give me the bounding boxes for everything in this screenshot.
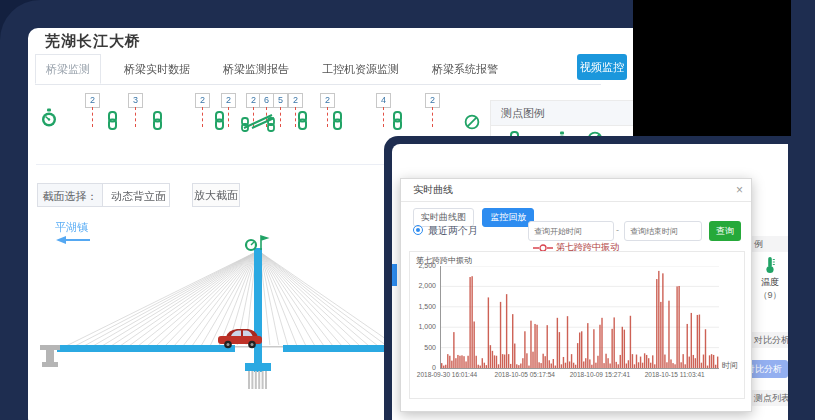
- close-icon[interactable]: ×: [736, 179, 743, 201]
- bridge-diagram: [30, 232, 392, 412]
- alarm-dash-line: [280, 107, 281, 127]
- query-start-time-input[interactable]: [528, 221, 614, 241]
- sensor-count-badge[interactable]: 6: [259, 93, 274, 108]
- pier-cap: [245, 363, 271, 371]
- x-tick-label: 2018-10-15 11:03:41: [645, 371, 701, 378]
- gauge-sensor-icon[interactable]: [40, 108, 58, 132]
- x-axis-title: 时间: [722, 360, 738, 371]
- bridge-abutment: [40, 345, 60, 367]
- compare-analysis-button[interactable]: 对比分析: [752, 360, 788, 378]
- main-tab-bar: 桥梁监测桥梁实时数据桥梁监测报告工控机资源监测桥梁系统报警: [35, 54, 601, 85]
- alarm-dash-line: [327, 107, 328, 127]
- section-select-dropdown[interactable]: 动态背立面 ▾: [102, 183, 170, 207]
- pylon-top-sensor-icons: [246, 236, 267, 250]
- realtime-curve-dialog: 实时曲线 × 实时曲线图 监控回放 最近两个月 - 查询: [400, 178, 752, 412]
- sensor-count-badge[interactable]: 5: [273, 93, 288, 108]
- main-tab[interactable]: 桥梁监测: [35, 54, 101, 84]
- video-monitor-button[interactable]: 视频监控: [577, 54, 627, 80]
- alarm-dash-line: [432, 107, 433, 127]
- chart-container: 第七跨跨中振动 05001,0001,5002,0002,500 2018-09…: [409, 251, 745, 399]
- y-tick-label: 500: [410, 344, 436, 351]
- last-two-months-label: 最近两个月: [428, 224, 478, 238]
- section-select-value: 动态背立面: [111, 190, 166, 202]
- compare-analysis-header: 对比分析: [752, 332, 788, 348]
- sensor-count-badge[interactable]: 2: [195, 93, 210, 108]
- bridge-pylon: [254, 248, 262, 372]
- y-tick-label: 0: [410, 364, 436, 371]
- enlarge-section-button[interactable]: 放大截面: [192, 183, 240, 207]
- ban-sensor-icon[interactable]: [464, 114, 480, 134]
- black-overlay: [633, 0, 791, 142]
- dialog-header: 实时曲线 ×: [401, 179, 751, 202]
- sensor-count-badge[interactable]: 2: [320, 93, 335, 108]
- y-tick-label: 1,500: [410, 303, 436, 310]
- chain-sensor-icon[interactable]: [297, 111, 308, 134]
- alarm-dash-line: [202, 107, 203, 127]
- panel-header-fragment: 例: [752, 236, 788, 252]
- chain-sensor-icon[interactable]: [332, 111, 343, 134]
- sensor-count-badge[interactable]: 2: [288, 93, 303, 108]
- section-select-label: 截面选择：: [37, 183, 103, 207]
- temperature-count: （9）: [752, 289, 788, 302]
- sensor-count-badge[interactable]: 3: [128, 93, 143, 108]
- sensor-count-badge[interactable]: 4: [376, 93, 391, 108]
- y-tick-label: 2,500: [410, 262, 436, 269]
- sensor-count-badge[interactable]: 2: [221, 93, 236, 108]
- pier-piles: [249, 371, 266, 389]
- popup-page: 例 温度 （9） 对比分析 对比分析 测点列表 实时曲线 × 实时曲线图 监控回…: [392, 144, 788, 420]
- x-axis-tick-labels: 2018-09-30 16:01:442018-10-05 05:17:5420…: [440, 371, 718, 381]
- truss-sensor-icon[interactable]: [241, 111, 275, 136]
- thermometer-icon: [764, 266, 776, 276]
- alarm-dash-line: [228, 107, 229, 127]
- chart-plot-area: [440, 266, 719, 369]
- main-tab[interactable]: 工控机资源监测: [312, 55, 409, 84]
- range-separator: -: [616, 225, 619, 235]
- temperature-label: 温度: [752, 276, 788, 289]
- sensor-count-badge[interactable]: 2: [85, 93, 100, 108]
- query-button[interactable]: 查询: [709, 221, 741, 241]
- alarm-dash-line: [383, 107, 384, 127]
- sensor-count-badge[interactable]: 2: [425, 93, 440, 108]
- chain-sensor-icon[interactable]: [152, 111, 163, 134]
- query-row: 最近两个月 - 查询: [401, 221, 751, 241]
- chain-sensor-icon[interactable]: [107, 111, 118, 134]
- y-tick-label: 1,000: [410, 323, 436, 330]
- bridge-cables: [66, 252, 392, 346]
- popup-window-frame: 例 温度 （9） 对比分析 对比分析 测点列表 实时曲线 × 实时曲线图 监控回…: [384, 136, 815, 420]
- main-tab[interactable]: 桥梁监测报告: [213, 55, 299, 84]
- desktop: 芜湖长江大桥 桥梁监测桥梁实时数据桥梁监测报告工控机资源监测桥梁系统报警 视频监…: [0, 0, 815, 420]
- temperature-sensor-block: 温度 （9）: [752, 256, 788, 302]
- side-tab[interactable]: [392, 264, 397, 286]
- dialog-title: 实时曲线: [413, 179, 453, 201]
- x-tick-label: 2018-09-30 16:01:44: [417, 371, 473, 378]
- point-list-header: 测点列表: [752, 390, 788, 406]
- main-tab[interactable]: 桥梁系统报警: [422, 55, 508, 84]
- alarm-dash-line: [135, 107, 136, 127]
- x-tick-label: 2018-10-09 15:27:41: [570, 371, 626, 378]
- chain-sensor-icon[interactable]: [392, 111, 403, 134]
- query-end-time-input[interactable]: [624, 221, 702, 241]
- chevron-down-icon: ▾: [160, 184, 164, 208]
- alarm-dash-line: [295, 107, 296, 127]
- background-page-strip: 例 温度 （9） 对比分析 对比分析 测点列表: [752, 144, 788, 420]
- bridge-deck: [57, 345, 392, 352]
- x-tick-label: 2018-10-05 05:17:54: [495, 371, 551, 378]
- main-tab[interactable]: 桥梁实时数据: [114, 55, 200, 84]
- last-two-months-radio[interactable]: [413, 225, 423, 235]
- alarm-dash-line: [92, 107, 93, 127]
- chain-sensor-icon[interactable]: [214, 111, 225, 134]
- y-tick-label: 2,000: [410, 282, 436, 289]
- page-title: 芜湖长江大桥: [45, 32, 141, 51]
